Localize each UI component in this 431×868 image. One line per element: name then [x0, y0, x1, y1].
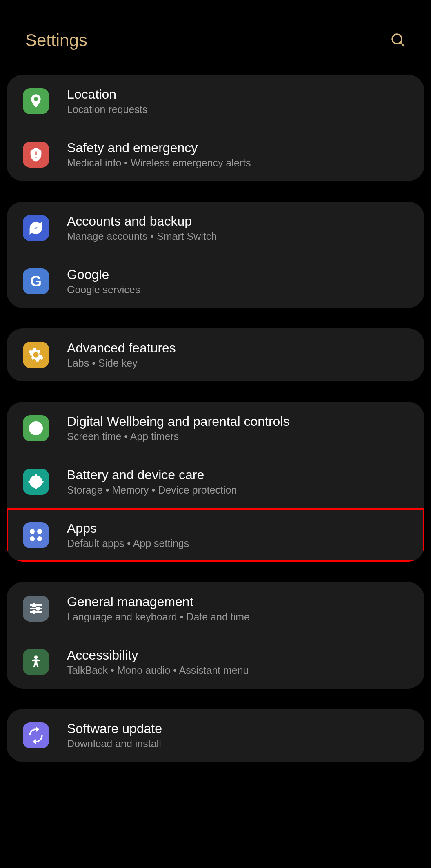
settings-item-subtitle: Labs • Side key [67, 357, 412, 369]
settings-item-apps[interactable]: Apps Default apps • App settings [7, 509, 424, 562]
settings-item-text: Accounts and backup Manage accounts • Sm… [67, 214, 412, 242]
svg-point-5 [34, 480, 38, 484]
settings-item-subtitle: Medical info • Wireless emergency alerts [67, 157, 412, 169]
settings-group: General management Language and keyboard… [7, 582, 424, 689]
settings-item-subtitle: Storage • Memory • Device protection [67, 484, 412, 496]
settings-group: Accounts and backup Manage accounts • Sm… [7, 202, 424, 308]
svg-point-11 [33, 611, 36, 613]
settings-item-title: Software update [67, 721, 412, 736]
apps-icon [23, 522, 49, 548]
settings-item-software[interactable]: Software update Download and install [7, 709, 424, 762]
svg-point-3 [35, 427, 38, 430]
settings-item-subtitle: TalkBack • Mono audio • Assistant menu [67, 664, 412, 676]
settings-item-subtitle: Download and install [67, 738, 412, 750]
settings-item-text: General management Language and keyboard… [67, 594, 412, 623]
settings-item-text: Advanced features Labs • Side key [67, 341, 412, 369]
settings-item-text: Apps Default apps • App settings [67, 521, 412, 549]
settings-item-title: Advanced features [67, 341, 412, 356]
svg-point-9 [37, 607, 40, 610]
settings-item-subtitle: Google services [67, 284, 412, 296]
settings-item-title: Location [67, 87, 412, 102]
location-icon [23, 88, 49, 114]
general-icon [23, 596, 49, 622]
google-icon: G [23, 268, 49, 294]
settings-item-advanced[interactable]: Advanced features Labs • Side key [7, 328, 424, 381]
settings-item-subtitle: Location requests [67, 104, 412, 115]
settings-item-title: Safety and emergency [67, 140, 412, 155]
settings-group: Location Location requests Safety and em… [7, 75, 424, 181]
settings-item-title: General management [67, 594, 412, 609]
settings-item-google[interactable]: G Google Google services [7, 255, 424, 308]
settings-item-text: Location Location requests [67, 87, 412, 115]
settings-item-title: Accounts and backup [67, 214, 412, 229]
svg-point-0 [392, 34, 402, 44]
settings-group: Software update Download and install [7, 709, 424, 762]
settings-item-location[interactable]: Location Location requests [7, 75, 424, 128]
settings-item-subtitle: Language and keyboard • Date and time [67, 611, 412, 623]
settings-item-text: Battery and device care Storage • Memory… [67, 467, 412, 496]
accessibility-icon [23, 649, 49, 675]
wellbeing-icon [23, 415, 49, 441]
settings-item-accessibility[interactable]: Accessibility TalkBack • Mono audio • As… [7, 636, 424, 689]
settings-item-accounts[interactable]: Accounts and backup Manage accounts • Sm… [7, 202, 424, 255]
settings-item-text: Software update Download and install [67, 721, 412, 750]
svg-point-12 [34, 655, 38, 659]
settings-item-text: Digital Wellbeing and parental controls … [67, 414, 412, 443]
svg-line-1 [400, 42, 404, 46]
settings-item-subtitle: Manage accounts • Smart Switch [67, 230, 412, 242]
settings-item-title: Google [67, 267, 412, 282]
settings-item-safety[interactable]: Safety and emergency Medical info • Wire… [7, 128, 424, 181]
settings-item-text: Accessibility TalkBack • Mono audio • As… [67, 648, 412, 676]
search-icon[interactable] [390, 32, 407, 49]
settings-item-wellbeing[interactable]: Digital Wellbeing and parental controls … [7, 402, 424, 455]
settings-item-text: Safety and emergency Medical info • Wire… [67, 140, 412, 169]
advanced-icon [23, 342, 49, 368]
battery-icon [23, 469, 49, 495]
settings-item-subtitle: Default apps • App settings [67, 538, 412, 549]
settings-group: Digital Wellbeing and parental controls … [7, 402, 424, 562]
settings-item-title: Digital Wellbeing and parental controls [67, 414, 412, 429]
settings-item-text: Google Google services [67, 267, 412, 296]
settings-header: Settings [0, 0, 431, 75]
software-icon [23, 722, 49, 748]
settings-group: Advanced features Labs • Side key [7, 328, 424, 381]
settings-item-battery[interactable]: Battery and device care Storage • Memory… [7, 455, 424, 508]
safety-icon [23, 142, 49, 168]
page-title: Settings [25, 31, 87, 50]
settings-item-title: Apps [67, 521, 412, 536]
settings-item-subtitle: Screen time • App timers [67, 431, 412, 443]
svg-point-7 [33, 604, 36, 607]
settings-item-general[interactable]: General management Language and keyboard… [7, 582, 424, 635]
settings-list: Location Location requests Safety and em… [0, 75, 431, 762]
settings-item-title: Battery and device care [67, 467, 412, 483]
accounts-icon [23, 215, 49, 241]
settings-item-title: Accessibility [67, 648, 412, 663]
